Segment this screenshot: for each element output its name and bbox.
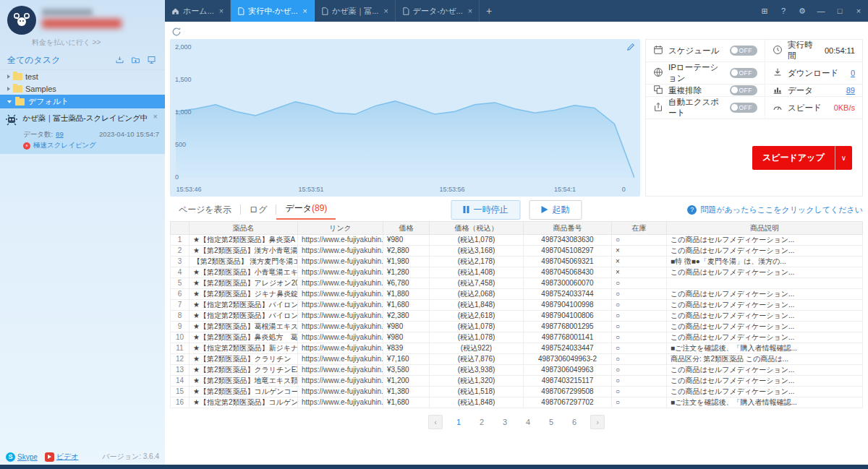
table-row[interactable]: 5★【第2類医薬品】アレジオン20 4...https://www.e-fuji…	[171, 278, 863, 289]
maximize-icon[interactable]: □	[830, 0, 849, 22]
tab-log[interactable]: ログ	[241, 205, 277, 215]
stat-label: 実行時間	[788, 40, 820, 61]
start-button[interactable]: 起動	[529, 200, 582, 220]
close-icon[interactable]: ×	[849, 0, 868, 22]
next-page-icon[interactable]: ›	[590, 415, 605, 429]
stat-value[interactable]: 89	[846, 86, 855, 95]
new-tab-button[interactable]: +	[480, 0, 498, 22]
stat-label: スピード	[788, 103, 822, 113]
table-row[interactable]: 14★【第2類医薬品】地竜エキス顆粒 1...https://www.e-fuj…	[171, 376, 863, 387]
col-header-drug-name[interactable]: 薬品名	[190, 222, 298, 235]
table-row[interactable]: 1★【指定第2類医薬品】鼻炎薬A「ク...https://www.e-fujiy…	[171, 235, 863, 246]
price-tax: (税込1,848)	[430, 397, 524, 408]
col-header-row-index[interactable]	[171, 222, 190, 235]
col-header-product-code[interactable]: 商品番号	[524, 222, 612, 235]
page-1[interactable]: 1	[451, 415, 466, 429]
table-row[interactable]: 15★【第2類医薬品】コルゲンコーワ 鼻...https://www.e-fuj…	[171, 387, 863, 397]
stat-value[interactable]: 0	[851, 69, 855, 77]
page-4[interactable]: 4	[521, 415, 535, 429]
link: https://www.e-fujiyakuhin.jp/SHOP/4...	[298, 246, 383, 257]
apps-icon[interactable]: ⊞	[755, 0, 774, 22]
col-header-description[interactable]: 商品説明	[667, 222, 863, 235]
description: ■ご注文を確認後、「購入者情報確認...	[667, 397, 863, 408]
speedup-button[interactable]: スピードアップ ∨	[752, 146, 852, 170]
task-mode-label: 極速スクレイピング	[33, 141, 96, 150]
data-table-area: 薬品名リンク価格価格（税込）商品番号在庫商品説明 1★【指定第2類医薬品】鼻炎薬…	[170, 221, 863, 434]
pause-button[interactable]: 一時停止	[451, 200, 521, 220]
table-row[interactable]: 2★【第2類医薬品】漢方小青竜湯エキ...https://www.e-fujiy…	[171, 246, 863, 257]
toggle-3[interactable]: OFF	[730, 103, 758, 113]
tab-3[interactable]: データ-かぜ...×	[396, 0, 480, 22]
col-header-price-tax[interactable]: 価格（税込）	[430, 222, 524, 235]
col-header-stock[interactable]: 在庫	[612, 222, 667, 235]
table-row[interactable]: 3【第2類医薬品】 漢方麦門冬湯エキ...https://www.e-fujiy…	[171, 257, 863, 267]
tab-0[interactable]: ホーム...×	[165, 0, 231, 22]
content: 2,0001,5001,0005000 15:53:4615:53:5115:5…	[165, 22, 868, 469]
tab-2[interactable]: かぜ薬｜冨...×	[315, 0, 396, 22]
page-6[interactable]: 6	[567, 415, 582, 429]
table-row[interactable]: 4★【第2類医薬品】小青竜湯エキス顆...https://www.e-fujiy…	[171, 267, 863, 278]
drug-name: ★【指定第2類医薬品】コルゲンコー...	[190, 397, 298, 408]
new-folder-icon[interactable]	[129, 54, 142, 66]
table-row[interactable]: 13★【第2類医薬品】クラリチンEX 2...https://www.e-fuj…	[171, 365, 863, 376]
chevron-down-icon[interactable]: ∨	[835, 146, 852, 170]
help-icon[interactable]: ?	[774, 0, 793, 22]
close-tab-icon[interactable]: ×	[219, 7, 224, 15]
tab-label: データ-かぜ...	[413, 6, 463, 17]
product-code: 4987343083630	[524, 235, 612, 246]
sidebar-item-test[interactable]: test	[0, 70, 165, 82]
skype-link[interactable]: S Skype	[6, 452, 38, 462]
table-row[interactable]: 8★【指定第2類医薬品】パイロンPL錠...https://www.e-fuji…	[171, 311, 863, 322]
link: https://www.e-fujiyakuhin.jp/SHOP/4...	[298, 235, 383, 246]
page-5[interactable]: 5	[544, 415, 558, 429]
table-row[interactable]: 11★【指定第2類医薬品】新ジキナIP錠...https://www.e-fuj…	[171, 343, 863, 354]
close-tab-icon[interactable]: ×	[383, 7, 388, 15]
edit-chart-icon[interactable]	[626, 43, 635, 53]
table-row[interactable]: 9★【第2類医薬品】葛根湯エキス顆粒...https://www.e-fujiy…	[171, 322, 863, 332]
price: ¥980	[383, 235, 430, 246]
video-link[interactable]: ビデオ	[45, 452, 79, 462]
stock: ×	[612, 246, 667, 257]
toolbar	[170, 24, 863, 39]
stat-1: ダウンロード0	[765, 62, 862, 84]
link: https://www.e-fujiyakuhin.jp/SHOP/4...	[298, 257, 383, 267]
tab-show-page[interactable]: ページを表示	[170, 205, 241, 215]
toggle-0[interactable]: OFF	[730, 46, 758, 56]
table-row[interactable]: 10★【第2類医薬品】鼻炎処方 葛根湯...https://www.e-fuji…	[171, 332, 863, 343]
table-row[interactable]: 12★【第2類医薬品】クラリチン 2...https://www.e-fujiy…	[171, 354, 863, 365]
tab-data[interactable]: データ(89)	[276, 199, 336, 220]
drug-name: ★【第2類医薬品】漢方小青竜湯エキ...	[190, 246, 298, 257]
help-link[interactable]: ? 問題があったらここをクリックしてください	[687, 205, 863, 215]
home-icon	[171, 7, 179, 15]
task-card[interactable]: かぜ薬｜冨士薬品-スクレイピング中 × データ数: 89 2023-04-10 …	[0, 108, 165, 154]
close-task-icon[interactable]: ×	[152, 112, 159, 121]
page-2[interactable]: 2	[475, 415, 489, 429]
import-icon[interactable]	[113, 54, 126, 66]
row-index: 4	[171, 267, 190, 278]
settings-icon[interactable]: ⚙	[793, 0, 812, 22]
pay-link[interactable]: 料金を払いに行く >>	[32, 38, 158, 48]
stock: ○	[612, 387, 667, 397]
prev-page-icon[interactable]: ‹	[428, 415, 443, 429]
table-row[interactable]: 6★【第2類医薬品】ジキナ鼻炎錠<F...https://www.e-fujiy…	[171, 289, 863, 300]
sidebar-item-default-folder[interactable]: デフォルト	[0, 95, 165, 108]
stat-label: データ	[788, 85, 813, 96]
toggle-2[interactable]: OFF	[730, 85, 758, 95]
close-tab-icon[interactable]: ×	[468, 7, 472, 15]
all-tasks-header[interactable]: 全てのタスク	[0, 51, 165, 70]
col-header-price[interactable]: 価格	[383, 222, 430, 235]
page-3[interactable]: 3	[498, 415, 512, 429]
data-icon	[773, 85, 783, 96]
table-row[interactable]: 7★【指定第2類医薬品】パイロンPL顆...https://www.e-fuji…	[171, 300, 863, 311]
table-row[interactable]: 16★【指定第2類医薬品】コルゲンコー...https://www.e-fuji…	[171, 397, 863, 408]
sidebar-item-Samples[interactable]: Samples	[0, 82, 165, 95]
tab-1[interactable]: 実行中-かぜ...×	[231, 0, 315, 22]
data-count-link[interactable]: 89	[56, 130, 64, 139]
toggle-1[interactable]: OFF	[730, 68, 758, 78]
refresh-icon[interactable]	[170, 25, 183, 38]
minimize-icon[interactable]: —	[812, 0, 830, 22]
col-header-link[interactable]: リンク	[298, 222, 383, 235]
close-tab-icon[interactable]: ×	[302, 7, 307, 15]
board-icon[interactable]	[145, 54, 158, 66]
price-tax: (税込2,068)	[430, 289, 524, 300]
